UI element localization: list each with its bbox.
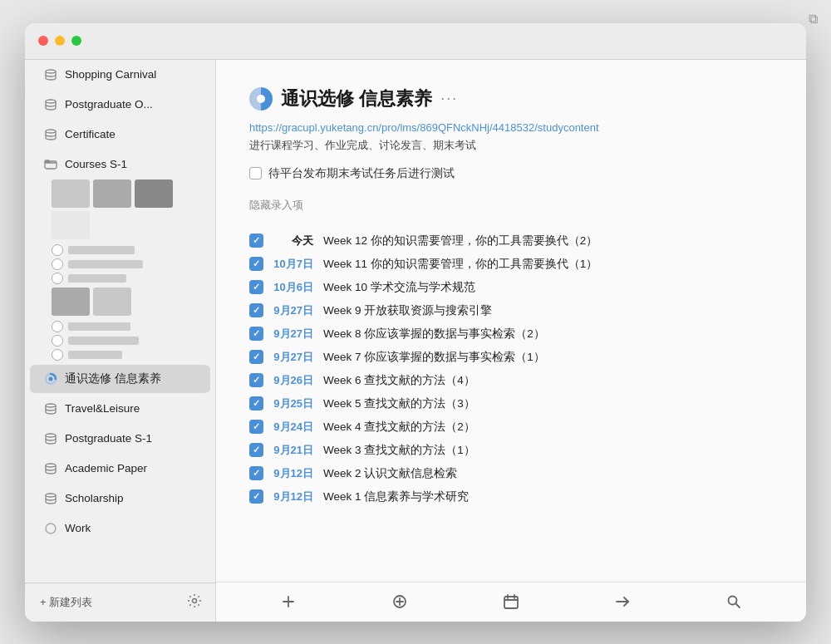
exam-checkbox-text: 待平台发布期末考试任务后进行测试 <box>268 166 455 181</box>
task-row[interactable]: 9月12日Week 1 信息素养与学术研究 <box>249 485 773 509</box>
task-checkbox[interactable] <box>249 257 263 271</box>
task-row[interactable]: 9月27日Week 8 你应该掌握的数据与事实检索（2） <box>249 322 773 346</box>
svg-point-2 <box>46 130 56 133</box>
calendar-button[interactable] <box>494 588 528 615</box>
task-checkbox[interactable] <box>249 396 263 410</box>
sidebar-item-label: Work <box>65 522 91 534</box>
sidebar-item-tongshu[interactable]: 通识选修 信息素养 <box>30 365 210 393</box>
task-name: Week 9 开放获取资源与搜索引擎 <box>323 303 492 318</box>
task-name: Week 12 你的知识需要管理，你的工具需要换代（2） <box>323 234 597 248</box>
exam-checkbox[interactable] <box>249 167 262 179</box>
more-button[interactable]: ··· <box>440 90 458 107</box>
course-link[interactable]: https://gracupl.yuketang.cn/pro/lms/869Q… <box>249 121 773 134</box>
task-row[interactable]: 9月27日Week 9 开放获取资源与搜索引擎 <box>249 299 773 322</box>
task-row[interactable]: 9月12日Week 2 认识文献信息检索 <box>249 462 773 485</box>
sidebar-item-shopping-carnival[interactable]: Shopping Carnival <box>30 61 210 89</box>
sidebar-item-label: Courses S-1 <box>65 158 127 170</box>
main-content: 通识选修 信息素养 ··· https://gracupl.yuketang.c… <box>216 60 806 582</box>
settings-button[interactable] <box>184 590 205 615</box>
task-date: 9月12日 <box>273 466 313 481</box>
task-row[interactable]: 10月7日Week 11 你的知识需要管理，你的工具需要换代（1） <box>249 253 773 276</box>
task-checkbox[interactable] <box>249 350 263 364</box>
task-row[interactable]: 9月27日Week 7 你应该掌握的数据与事实检索（1） <box>249 346 773 369</box>
svg-point-9 <box>46 494 56 497</box>
svg-point-1 <box>46 100 56 103</box>
task-name: Week 8 你应该掌握的数据与事实检索（2） <box>323 327 545 342</box>
sidebar-item-label: Travel&Leisure <box>65 402 140 415</box>
task-list: 今天Week 12 你的知识需要管理，你的工具需要换代（2）10月7日Week … <box>249 229 773 509</box>
sidebar-bottom: + 新建列表 <box>25 583 215 622</box>
add-button[interactable] <box>272 588 305 615</box>
task-checkbox[interactable] <box>249 327 263 341</box>
course-title: 通识选修 信息素养 <box>281 86 432 111</box>
hidden-entries-link[interactable]: 隐藏录入项 <box>249 198 773 213</box>
sidebar-item-certificate[interactable]: Certificate <box>30 120 210 149</box>
task-checkbox[interactable] <box>249 303 263 317</box>
task-name: Week 4 查找文献的方法（2） <box>323 420 475 435</box>
titlebar: ⧉ <box>25 23 806 60</box>
task-checkbox[interactable] <box>249 280 263 294</box>
task-name: Week 7 你应该掌握的数据与事实检索（1） <box>323 350 545 365</box>
svg-line-23 <box>736 604 740 607</box>
sidebar-item-postgraduate-o[interactable]: Postgraduate O... <box>30 91 210 119</box>
exam-checkbox-label[interactable]: 待平台发布期末考试任务后进行测试 <box>249 166 773 181</box>
task-checkbox[interactable] <box>249 373 263 387</box>
stack-icon <box>43 431 58 446</box>
svg-point-10 <box>46 524 56 533</box>
task-name: Week 2 认识文献信息检索 <box>323 466 457 481</box>
sidebar-item-label: 通识选修 信息素养 <box>65 371 161 386</box>
task-row[interactable]: 9月24日Week 4 查找文献的方法（2） <box>249 415 773 439</box>
stack-icon <box>43 401 58 416</box>
close-button[interactable] <box>38 36 48 46</box>
task-row[interactable]: 9月21日Week 3 查找文献的方法（1） <box>249 439 773 462</box>
task-checkbox[interactable] <box>249 420 263 434</box>
course-header: 通识选修 信息素养 ··· <box>249 86 773 111</box>
task-checkbox[interactable] <box>249 489 263 504</box>
task-date: 9月12日 <box>273 489 313 504</box>
task-row[interactable]: 9月26日Week 6 查找文献的方法（4） <box>249 369 773 392</box>
arrow-button[interactable] <box>606 588 639 615</box>
sidebar-item-scholarship[interactable]: Scholarship <box>30 484 210 513</box>
folder-icon <box>43 157 58 172</box>
sidebar-item-courses-s1[interactable]: Courses S-1 <box>30 150 210 179</box>
maximize-button[interactable] <box>71 36 81 46</box>
course-progress-icon <box>249 87 273 111</box>
sidebar-item-academic-paper[interactable]: Academic Paper <box>30 455 210 483</box>
task-date: 9月26日 <box>273 373 313 388</box>
sidebar-item-postgraduate-s1[interactable]: Postgraduate S-1 <box>30 425 210 453</box>
course-meta: https://gracupl.yuketang.cn/pro/lms/869Q… <box>249 121 773 153</box>
circle-icon <box>43 521 58 536</box>
task-row[interactable]: 今天Week 12 你的知识需要管理，你的工具需要换代（2） <box>249 229 773 253</box>
svg-point-7 <box>46 434 56 437</box>
sidebar: Shopping Carnival Postgraduate O... <box>25 60 216 622</box>
stack-icon <box>43 461 58 476</box>
task-name: Week 1 信息素养与学术研究 <box>323 489 469 504</box>
minimize-button[interactable] <box>55 36 65 46</box>
task-date: 10月6日 <box>273 280 313 295</box>
new-list-button[interactable]: + 新建列表 <box>35 592 97 613</box>
sidebar-item-work[interactable]: Work <box>30 514 210 543</box>
task-row[interactable]: 9月25日Week 5 查找文献的方法（3） <box>249 392 773 415</box>
stack-icon <box>43 97 58 112</box>
task-name: Week 10 学术交流与学术规范 <box>323 280 475 295</box>
sidebar-sub-items <box>52 244 215 284</box>
task-checkbox[interactable] <box>249 443 263 457</box>
task-name: Week 11 你的知识需要管理，你的工具需要换代（1） <box>323 257 597 272</box>
task-name: Week 3 查找文献的方法（1） <box>323 443 475 458</box>
task-name: Week 6 查找文献的方法（4） <box>323 373 475 388</box>
add-item-button[interactable] <box>383 588 416 615</box>
task-date: 今天 <box>273 234 313 248</box>
task-date: 9月25日 <box>273 396 313 411</box>
circle-progress-icon <box>43 371 58 386</box>
sidebar-item-travel[interactable]: Travel&Leisure <box>30 395 210 423</box>
sidebar-item-label: Certificate <box>65 128 116 140</box>
task-date: 9月24日 <box>273 420 313 435</box>
task-checkbox[interactable] <box>249 466 263 480</box>
task-row[interactable]: 10月6日Week 10 学术交流与学术规范 <box>249 276 773 299</box>
sidebar-item-label: Academic Paper <box>65 462 147 474</box>
window-content: Shopping Carnival Postgraduate O... <box>25 60 806 622</box>
svg-point-6 <box>46 404 56 407</box>
search-button[interactable] <box>717 588 750 615</box>
main-panel: 通识选修 信息素养 ··· https://gracupl.yuketang.c… <box>216 60 806 622</box>
task-checkbox[interactable] <box>249 234 263 248</box>
